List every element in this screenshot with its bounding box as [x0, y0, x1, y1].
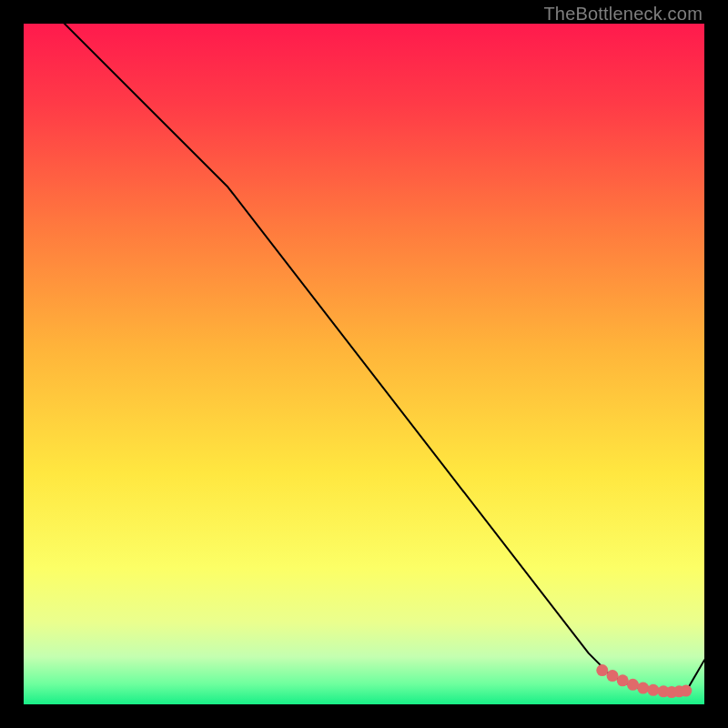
marker-dot — [596, 664, 608, 676]
plot-svg — [24, 24, 704, 704]
marker-dot — [647, 684, 659, 696]
marker-dot — [627, 679, 639, 691]
marker-dot — [607, 670, 619, 682]
marker-dot — [637, 682, 649, 694]
chart-stage: TheBottleneck.com — [0, 0, 728, 728]
marker-dot — [680, 685, 692, 697]
watermark-text: TheBottleneck.com — [543, 4, 703, 25]
plot-area — [24, 24, 704, 704]
marker-dot — [617, 674, 629, 686]
